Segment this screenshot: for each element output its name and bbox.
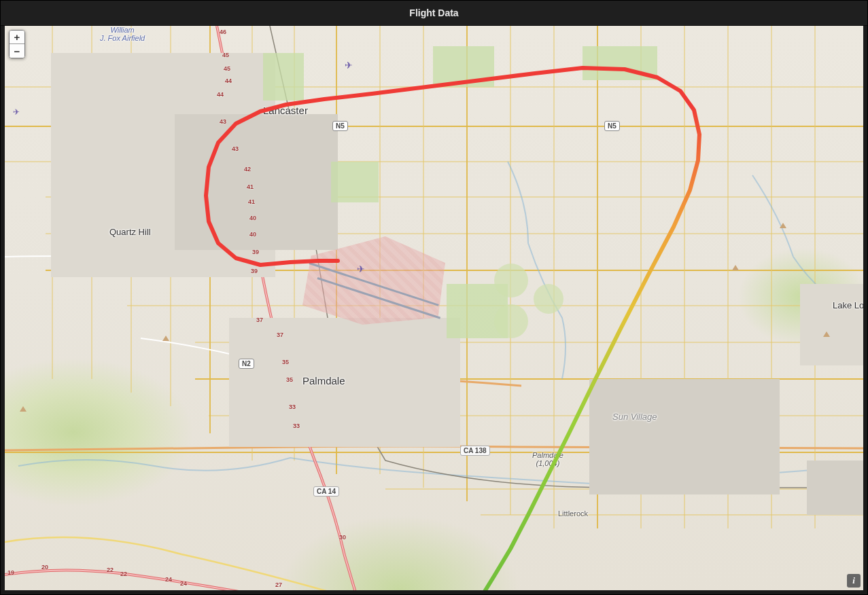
green-block [263, 53, 304, 101]
app-window: Flight Data ✈ ✈ ✈ [0, 0, 868, 595]
zoom-control: + − [9, 30, 25, 58]
green-block [583, 46, 657, 80]
map-canvas[interactable]: ✈ ✈ ✈ [5, 26, 863, 590]
window-title: Flight Data [409, 7, 458, 18]
urban-block [175, 114, 338, 250]
zoom-in-button[interactable]: + [10, 31, 24, 44]
urban-block [589, 379, 780, 494]
green-block [433, 46, 494, 87]
titlebar: Flight Data [1, 1, 867, 26]
urban-block [229, 318, 460, 447]
attribution-button[interactable]: i [847, 574, 861, 588]
crop-circle [494, 264, 528, 298]
urban-block [800, 284, 863, 365]
zoom-out-button[interactable]: − [10, 44, 24, 58]
green-block [331, 162, 379, 202]
crop-circle [494, 304, 528, 338]
urban-block [807, 461, 863, 515]
crop-circle [534, 284, 563, 314]
map-container[interactable]: ✈ ✈ ✈ [5, 26, 863, 590]
